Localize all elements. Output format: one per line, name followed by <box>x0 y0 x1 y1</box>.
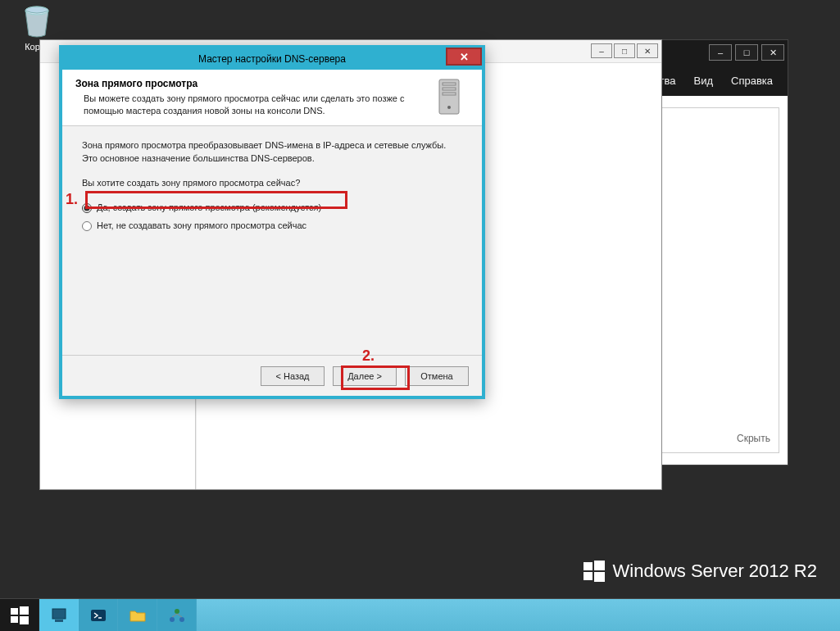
minimize-button[interactable]: – <box>591 43 612 58</box>
svg-point-6 <box>447 106 451 109</box>
svg-rect-12 <box>20 606 29 615</box>
svg-rect-3 <box>443 83 456 85</box>
cancel-button[interactable]: Отмена <box>405 366 469 386</box>
svg-rect-13 <box>11 616 18 623</box>
minimize-button[interactable]: – <box>709 44 732 61</box>
wizard-header-desc: Вы можете создать зону прямого просмотра… <box>75 93 425 117</box>
svg-point-20 <box>170 617 175 622</box>
svg-line-22 <box>172 614 177 617</box>
radio-no-label: Нет, не создавать зону прямого просмотра… <box>97 220 306 233</box>
annotation-label-1: 1. <box>66 191 78 208</box>
svg-rect-14 <box>20 616 29 624</box>
maximize-button[interactable]: □ <box>735 44 758 61</box>
menu-view[interactable]: Вид <box>693 75 713 87</box>
radio-option-no[interactable]: Нет, не создавать зону прямого просмотра… <box>82 220 462 233</box>
server-icon <box>433 78 469 117</box>
os-watermark-text: Windows Server 2012 R2 <box>613 561 817 582</box>
taskbar-explorer[interactable] <box>118 599 157 631</box>
folder-icon <box>129 606 147 624</box>
close-button[interactable]: ✕ <box>446 48 482 66</box>
os-watermark: Windows Server 2012 R2 <box>583 561 817 582</box>
taskbar-powershell[interactable] <box>79 599 118 631</box>
menu-help[interactable]: Справка <box>731 75 773 87</box>
svg-rect-7 <box>583 562 593 570</box>
annotation-label-2: 2. <box>362 347 375 365</box>
taskbar-empty-area[interactable] <box>197 599 840 631</box>
powershell-icon <box>89 606 107 624</box>
network-icon <box>168 606 186 624</box>
svg-line-23 <box>177 614 182 617</box>
windows-logo-icon <box>11 606 29 624</box>
annotation-highlight-1 <box>85 191 347 209</box>
taskbar-dns-manager[interactable] <box>157 599 197 631</box>
svg-rect-4 <box>443 88 456 90</box>
svg-rect-11 <box>11 608 18 615</box>
recycle-bin-icon <box>20 4 54 39</box>
wizard-button-bar: < Назад Далее > Отмена <box>62 355 482 396</box>
wizard-title: Мастер настройки DNS-сервера <box>198 53 346 65</box>
wizard-titlebar[interactable]: Мастер настройки DNS-сервера ✕ <box>62 48 482 70</box>
close-button[interactable]: ✕ <box>761 44 784 61</box>
dns-wizard-dialog: Мастер настройки DNS-сервера ✕ Зона прям… <box>59 45 485 399</box>
svg-rect-5 <box>443 93 456 95</box>
back-button[interactable]: < Назад <box>261 366 325 386</box>
windows-logo-icon <box>583 561 605 582</box>
taskbar <box>0 598 840 631</box>
wizard-body-text-1: Зона прямого просмотра преобразовывает D… <box>82 139 462 166</box>
svg-point-19 <box>175 609 179 614</box>
svg-rect-9 <box>583 572 593 580</box>
close-button[interactable]: ✕ <box>637 43 658 58</box>
svg-rect-15 <box>52 609 66 619</box>
wizard-header: Зона прямого просмотра Вы можете создать… <box>62 70 482 126</box>
maximize-button[interactable]: □ <box>614 43 635 58</box>
server-manager-icon <box>50 606 68 624</box>
wizard-body-text-2: Вы хотите создать зону прямого просмотра… <box>82 177 462 190</box>
annotation-highlight-2 <box>341 365 410 390</box>
wizard-content: Зона прямого просмотра преобразовывает D… <box>62 126 482 246</box>
start-button[interactable] <box>0 599 39 631</box>
taskbar-server-manager[interactable] <box>39 599 79 631</box>
radio-no-input[interactable] <box>82 221 92 231</box>
svg-point-21 <box>179 617 184 622</box>
wizard-header-title: Зона прямого просмотра <box>75 78 425 89</box>
svg-rect-16 <box>55 620 63 622</box>
svg-rect-8 <box>594 561 605 570</box>
svg-rect-10 <box>594 572 605 582</box>
